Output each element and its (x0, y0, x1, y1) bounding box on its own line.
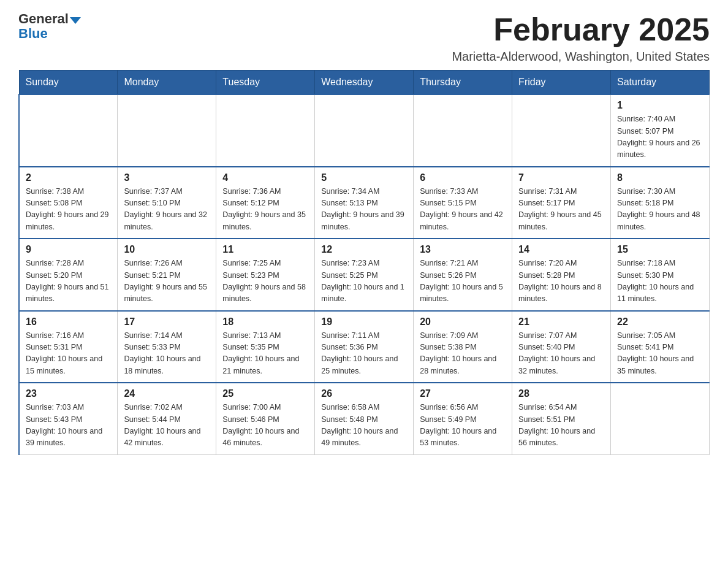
day-info: Sunrise: 7:40 AMSunset: 5:07 PMDaylight:… (617, 113, 703, 161)
calendar-header: Sunday Monday Tuesday Wednesday Thursday… (19, 71, 710, 95)
logo: General Blue (18, 12, 81, 42)
calendar-cell: 7Sunrise: 7:31 AMSunset: 5:17 PMDaylight… (512, 167, 611, 239)
day-info: Sunrise: 7:26 AMSunset: 5:21 PMDaylight:… (124, 258, 210, 305)
day-info: Sunrise: 7:02 AMSunset: 5:44 PMDaylight:… (124, 402, 210, 450)
day-info: Sunrise: 7:18 AMSunset: 5:30 PMDaylight:… (617, 258, 703, 305)
day-number: 13 (420, 244, 506, 255)
day-number: 17 (124, 316, 210, 327)
header-wednesday: Wednesday (315, 71, 414, 95)
logo-name-black: General (18, 12, 69, 26)
header-sunday: Sunday (19, 71, 118, 95)
title-section: February 2025 Marietta-Alderwood, Washin… (452, 12, 710, 64)
day-info: Sunrise: 6:58 AMSunset: 5:48 PMDaylight:… (321, 402, 407, 450)
calendar-cell: 9Sunrise: 7:28 AMSunset: 5:20 PMDaylight… (19, 239, 118, 311)
day-number: 28 (518, 388, 604, 399)
weekday-header-row: Sunday Monday Tuesday Wednesday Thursday… (19, 71, 710, 95)
day-number: 27 (420, 388, 506, 399)
day-number: 4 (222, 172, 308, 183)
calendar-cell: 27Sunrise: 6:56 AMSunset: 5:49 PMDayligh… (414, 383, 512, 454)
day-number: 23 (26, 388, 111, 399)
calendar-cell: 25Sunrise: 7:00 AMSunset: 5:46 PMDayligh… (216, 383, 315, 454)
day-number: 11 (222, 244, 308, 255)
calendar-cell: 12Sunrise: 7:23 AMSunset: 5:25 PMDayligh… (315, 239, 414, 311)
calendar-cell (19, 94, 118, 167)
day-info: Sunrise: 7:28 AMSunset: 5:20 PMDaylight:… (26, 258, 111, 305)
day-info: Sunrise: 7:34 AMSunset: 5:13 PMDaylight:… (321, 186, 407, 234)
day-info: Sunrise: 6:54 AMSunset: 5:51 PMDaylight:… (518, 402, 604, 450)
calendar-cell: 8Sunrise: 7:30 AMSunset: 5:18 PMDaylight… (611, 167, 710, 239)
calendar-week-3: 9Sunrise: 7:28 AMSunset: 5:20 PMDaylight… (19, 239, 710, 311)
day-info: Sunrise: 7:00 AMSunset: 5:46 PMDaylight:… (222, 402, 308, 450)
calendar-cell: 6Sunrise: 7:33 AMSunset: 5:15 PMDaylight… (414, 167, 512, 239)
day-info: Sunrise: 7:14 AMSunset: 5:33 PMDaylight:… (124, 330, 210, 378)
day-number: 5 (321, 172, 407, 183)
day-info: Sunrise: 7:33 AMSunset: 5:15 PMDaylight:… (420, 186, 506, 234)
day-info: Sunrise: 7:21 AMSunset: 5:26 PMDaylight:… (420, 258, 506, 305)
header-tuesday: Tuesday (216, 71, 315, 95)
day-number: 25 (222, 388, 308, 399)
page-header: General Blue February 2025 Marietta-Alde… (18, 12, 710, 64)
calendar-cell: 16Sunrise: 7:16 AMSunset: 5:31 PMDayligh… (19, 311, 118, 383)
calendar-cell (118, 94, 216, 167)
calendar-week-4: 16Sunrise: 7:16 AMSunset: 5:31 PMDayligh… (19, 311, 710, 383)
logo-name-blue: Blue (18, 26, 48, 41)
day-info: Sunrise: 7:11 AMSunset: 5:36 PMDaylight:… (321, 330, 407, 378)
day-info: Sunrise: 7:20 AMSunset: 5:28 PMDaylight:… (518, 258, 604, 305)
calendar-cell (611, 383, 710, 454)
calendar-week-2: 2Sunrise: 7:38 AMSunset: 5:08 PMDaylight… (19, 167, 710, 239)
day-info: Sunrise: 7:30 AMSunset: 5:18 PMDaylight:… (617, 186, 703, 234)
calendar-cell: 17Sunrise: 7:14 AMSunset: 5:33 PMDayligh… (118, 311, 216, 383)
header-saturday: Saturday (611, 71, 710, 95)
calendar-cell: 14Sunrise: 7:20 AMSunset: 5:28 PMDayligh… (512, 239, 611, 311)
day-info: Sunrise: 7:25 AMSunset: 5:23 PMDaylight:… (222, 258, 308, 305)
calendar-cell: 20Sunrise: 7:09 AMSunset: 5:38 PMDayligh… (414, 311, 512, 383)
calendar-cell: 21Sunrise: 7:07 AMSunset: 5:40 PMDayligh… (512, 311, 611, 383)
location-subtitle: Marietta-Alderwood, Washington, United S… (452, 50, 710, 64)
calendar-cell: 28Sunrise: 6:54 AMSunset: 5:51 PMDayligh… (512, 383, 611, 454)
day-number: 10 (124, 244, 210, 255)
calendar-cell: 5Sunrise: 7:34 AMSunset: 5:13 PMDaylight… (315, 167, 414, 239)
day-number: 19 (321, 316, 407, 327)
day-number: 18 (222, 316, 308, 327)
day-number: 1 (617, 100, 703, 111)
day-number: 15 (617, 244, 703, 255)
header-friday: Friday (512, 71, 611, 95)
calendar-week-5: 23Sunrise: 7:03 AMSunset: 5:43 PMDayligh… (19, 383, 710, 454)
calendar-cell: 23Sunrise: 7:03 AMSunset: 5:43 PMDayligh… (19, 383, 118, 454)
calendar-cell: 15Sunrise: 7:18 AMSunset: 5:30 PMDayligh… (611, 239, 710, 311)
calendar-cell: 19Sunrise: 7:11 AMSunset: 5:36 PMDayligh… (315, 311, 414, 383)
day-info: Sunrise: 7:07 AMSunset: 5:40 PMDaylight:… (518, 330, 604, 378)
day-info: Sunrise: 7:23 AMSunset: 5:25 PMDaylight:… (321, 258, 407, 305)
day-info: Sunrise: 7:13 AMSunset: 5:35 PMDaylight:… (222, 330, 308, 378)
day-info: Sunrise: 7:31 AMSunset: 5:17 PMDaylight:… (518, 186, 604, 234)
calendar-cell: 13Sunrise: 7:21 AMSunset: 5:26 PMDayligh… (414, 239, 512, 311)
calendar-cell: 18Sunrise: 7:13 AMSunset: 5:35 PMDayligh… (216, 311, 315, 383)
calendar-cell: 1Sunrise: 7:40 AMSunset: 5:07 PMDaylight… (611, 94, 710, 167)
calendar-cell: 22Sunrise: 7:05 AMSunset: 5:41 PMDayligh… (611, 311, 710, 383)
day-info: Sunrise: 7:37 AMSunset: 5:10 PMDaylight:… (124, 186, 210, 234)
day-number: 16 (26, 316, 111, 327)
day-info: Sunrise: 7:16 AMSunset: 5:31 PMDaylight:… (26, 330, 111, 378)
day-number: 9 (26, 244, 111, 255)
calendar-cell (414, 94, 512, 167)
month-year-title: February 2025 (452, 12, 710, 47)
day-number: 26 (321, 388, 407, 399)
day-info: Sunrise: 7:05 AMSunset: 5:41 PMDaylight:… (617, 330, 703, 378)
calendar-cell: 4Sunrise: 7:36 AMSunset: 5:12 PMDaylight… (216, 167, 315, 239)
day-number: 3 (124, 172, 210, 183)
day-number: 7 (518, 172, 604, 183)
calendar-cell (512, 94, 611, 167)
header-thursday: Thursday (414, 71, 512, 95)
calendar-cell: 24Sunrise: 7:02 AMSunset: 5:44 PMDayligh… (118, 383, 216, 454)
calendar-cell: 11Sunrise: 7:25 AMSunset: 5:23 PMDayligh… (216, 239, 315, 311)
calendar-cell: 3Sunrise: 7:37 AMSunset: 5:10 PMDaylight… (118, 167, 216, 239)
calendar-cell (216, 94, 315, 167)
day-info: Sunrise: 6:56 AMSunset: 5:49 PMDaylight:… (420, 402, 506, 450)
day-number: 6 (420, 172, 506, 183)
day-info: Sunrise: 7:36 AMSunset: 5:12 PMDaylight:… (222, 186, 308, 234)
day-info: Sunrise: 7:38 AMSunset: 5:08 PMDaylight:… (26, 186, 111, 234)
day-info: Sunrise: 7:03 AMSunset: 5:43 PMDaylight:… (26, 402, 111, 450)
calendar-body: 1Sunrise: 7:40 AMSunset: 5:07 PMDaylight… (19, 94, 710, 454)
day-number: 8 (617, 172, 703, 183)
day-number: 20 (420, 316, 506, 327)
